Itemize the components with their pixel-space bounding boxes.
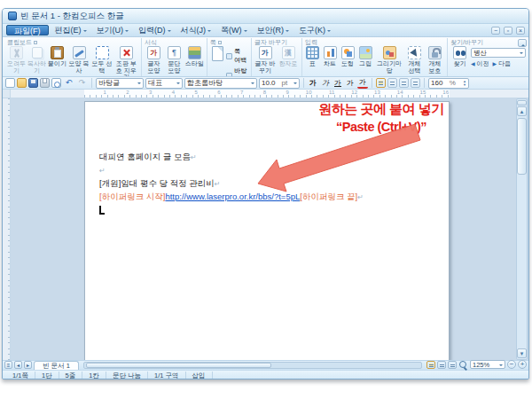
save-button[interactable] <box>28 78 38 88</box>
copy-button: 복사하기 <box>27 46 46 74</box>
page-background-button[interactable]: 바탕쪽 <box>226 66 248 77</box>
print-button[interactable] <box>40 78 50 88</box>
lock-icon <box>428 46 442 59</box>
font-type-combo[interactable]: 대표 <box>145 78 183 89</box>
document-tab[interactable]: 빈 문서 1 <box>34 361 79 370</box>
magnifier-icon[interactable] <box>459 361 467 369</box>
char-swap-icon: 가 <box>259 46 272 59</box>
minimize-button[interactable]: − <box>491 27 500 35</box>
drawing-gallery-button[interactable]: 그리기마당 <box>375 46 403 74</box>
hanja-icon: 漢 <box>282 46 295 59</box>
undo-button[interactable]: ↶ <box>63 78 74 88</box>
dialog-launcher-icon[interactable] <box>34 41 37 44</box>
tab-list-button[interactable]: ≡ <box>4 361 12 369</box>
shape-button[interactable]: 도형 <box>340 46 356 67</box>
page-setup-button[interactable] <box>210 46 224 62</box>
vertical-scrollbar[interactable]: ▲ ▼ <box>516 98 528 360</box>
line-spacing-combo[interactable]: 160%▲▼ <box>428 78 469 89</box>
horizontal-scrollbar[interactable] <box>83 362 422 369</box>
clear-marks-icon <box>120 46 133 59</box>
italic-button[interactable]: 가 <box>320 78 331 89</box>
status-insert-mode[interactable]: 삽입 <box>186 372 213 380</box>
open-folder-button[interactable] <box>17 78 27 88</box>
tab-previous-button[interactable]: ◂ <box>14 361 22 369</box>
align-justify-button[interactable] <box>376 78 386 88</box>
chevron-down-icon <box>286 30 289 34</box>
annotation-line2: “Paste (Ctrl+V)” <box>281 118 481 136</box>
menu-format[interactable]: 서식(J) <box>177 25 215 36</box>
menu-insert[interactable]: 입력(D) <box>135 25 175 36</box>
menu-security[interactable]: 보안(R) <box>254 25 293 36</box>
document-work-area: 대피연 홈페이지 글 모음↵ ↵ [개원]임대 평수 당 적정 관리비↵ [하이… <box>3 98 528 360</box>
align-right-button[interactable] <box>411 78 420 88</box>
paste-button[interactable]: 붙이기 <box>48 46 66 67</box>
find-query-combo[interactable]: 병산 <box>471 48 526 58</box>
bold-button[interactable]: 가 <box>308 78 318 89</box>
chart-button[interactable]: 차트 <box>322 46 338 67</box>
table-button[interactable]: 표 <box>305 46 320 67</box>
char-shape-button[interactable]: 가글자 모양 <box>145 46 163 74</box>
page-margin-button[interactable]: 쪽 여백 <box>226 47 248 65</box>
find-previous-button[interactable]: ◀ 이전 <box>471 59 489 68</box>
view-mode-two-page-button[interactable] <box>448 361 457 369</box>
toolbar-divider <box>372 78 372 88</box>
status-line: 5줄 <box>59 372 83 380</box>
menu-edit[interactable]: 편집(E) <box>51 25 90 36</box>
para-shape-button[interactable]: ¶문단 모양 <box>165 46 184 74</box>
font-size-combo[interactable]: 10.0pt <box>259 78 300 89</box>
ribbon-group-clipboard: 클립보드 오려두기 복사하기 붙이기 모양 복사 모두 선택 조판 부호 지우기 <box>4 38 142 76</box>
align-center-button[interactable] <box>399 78 409 88</box>
ribbon-group-format: 서식 가글자 모양 ¶문단 모양 스타일 <box>142 38 207 76</box>
zoom-in-button[interactable]: + <box>518 360 527 369</box>
object-select-button[interactable]: 개체 선택 <box>405 46 424 74</box>
font-name-combo[interactable]: 함초롬바탕 <box>184 78 257 89</box>
tab-next-button[interactable]: ▸ <box>24 361 32 369</box>
new-document-button[interactable] <box>5 78 15 88</box>
object-protect-button[interactable]: 개체 보호 <box>426 46 444 74</box>
restore-button[interactable]: ▫ <box>504 27 512 35</box>
picture-button[interactable]: 그림 <box>357 46 373 67</box>
print-preview-button[interactable] <box>51 78 61 88</box>
char-replace-button[interactable]: 가글자 바꾸기 <box>254 46 276 74</box>
close-button[interactable]: × <box>516 27 525 35</box>
ruler-corner <box>3 90 11 98</box>
tutorial-annotation: 원하는 곳에 붙여 넣기 “Paste (Ctrl+V)” <box>281 100 481 136</box>
zoom-level-combo[interactable]: 125% <box>470 360 505 369</box>
view-mode-full-button[interactable] <box>437 361 446 369</box>
style-button[interactable]: 스타일 <box>185 46 204 67</box>
menu-bar: 파일(F) 편집(E) 보기(U) 입력(D) 서식(J) 쪽(W) 보안(R)… <box>3 24 528 37</box>
underline-button[interactable]: 가 <box>332 78 343 89</box>
find-next-button[interactable]: ▶ 다음 <box>493 59 512 68</box>
clear-control-marks-button[interactable]: 조판 부호 지우기 <box>114 46 138 77</box>
select-all-icon <box>96 46 109 59</box>
document-page[interactable]: 대피연 홈페이지 글 모음↵ ↵ [개원]임대 평수 당 적정 관리비↵ [하이… <box>84 101 450 360</box>
menu-tools[interactable]: 도구(K) <box>295 25 334 36</box>
find-button[interactable]: 찾기 <box>450 46 469 67</box>
menu-file[interactable]: 파일(F) <box>6 25 49 35</box>
title-bar: 빈 문서 1 - 한컴오피스 한글 <box>3 9 528 24</box>
hyperlink[interactable]: http://www.laserpro.or.kr/bbs/?t=5pL <box>165 192 300 201</box>
spinner-icon[interactable]: ▲▼ <box>463 80 466 87</box>
scroll-down-button[interactable]: ▼ <box>517 348 527 358</box>
ribbon-collapse-button[interactable] <box>518 39 527 47</box>
dialog-launcher-icon[interactable] <box>218 41 222 44</box>
toolbar-divider <box>424 78 425 88</box>
highlight-color-button[interactable]: 가 <box>357 78 368 89</box>
menu-page[interactable]: 쪽(W) <box>217 25 251 36</box>
document-line: 대피연 홈페이지 글 모음↵ <box>99 151 436 164</box>
chevron-down-icon <box>244 30 247 34</box>
view-mode-page-button[interactable] <box>426 361 435 369</box>
scroll-up-button[interactable]: ▲ <box>517 106 527 116</box>
menu-view[interactable]: 보기(U) <box>93 25 133 36</box>
font-color-button[interactable]: 가 <box>345 78 356 89</box>
horizontal-scrollbar-thumb[interactable] <box>86 363 271 368</box>
select-all-button[interactable]: 모두 선택 <box>91 46 113 74</box>
zoom-out-button[interactable]: − <box>507 360 516 369</box>
style-combo[interactable]: 바탕글 <box>96 78 144 89</box>
scrollbar-thumb[interactable] <box>517 118 527 175</box>
hyperlink-end-marker: [하이퍼링크 끝] <box>300 192 357 201</box>
horizontal-ruler: 1234 5678 9101112 13141516 <box>3 90 528 98</box>
format-copy-button[interactable]: 모양 복사 <box>68 46 90 74</box>
split-handle[interactable] <box>517 100 527 106</box>
align-left-button[interactable] <box>387 78 397 88</box>
